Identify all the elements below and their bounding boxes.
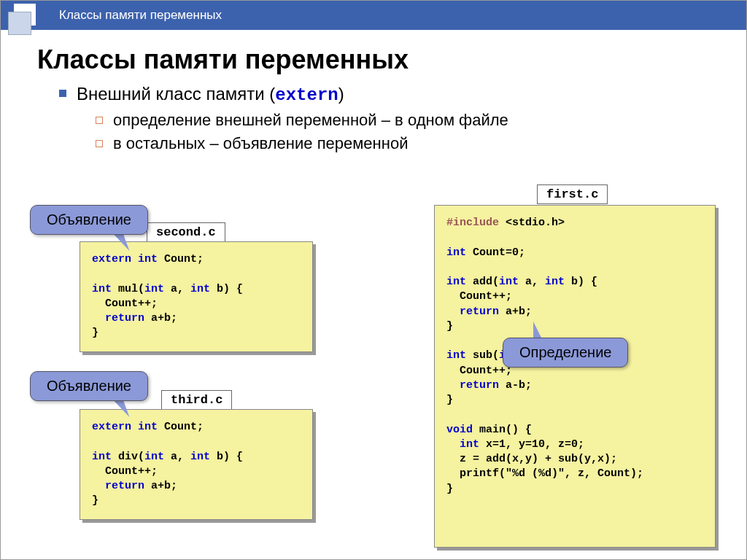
code-panel-third: extern int Count; int div(int a, int b) … bbox=[80, 409, 313, 520]
bullet-square-icon bbox=[59, 90, 66, 97]
keyword-extern: extern bbox=[275, 85, 338, 105]
page-title: Классы памяти переменных bbox=[37, 44, 710, 75]
code-panel-first: #include <stdio.h> int Count=0; int add(… bbox=[434, 205, 716, 548]
bullet-level2: в остальных – объявление переменной bbox=[96, 134, 710, 153]
filename-tab-second: second.c bbox=[147, 222, 225, 242]
header-logo-squares bbox=[1, 1, 44, 30]
bullet2b-text: в остальных – объявление переменной bbox=[113, 134, 408, 153]
callout-declaration-1: Объявление bbox=[30, 205, 148, 235]
bullet-level2: определение внешней переменной – в одном… bbox=[96, 111, 710, 130]
page-number: 16 bbox=[717, 8, 732, 23]
filename-tab-third: third.c bbox=[161, 390, 232, 410]
breadcrumb: Классы памяти переменных bbox=[59, 8, 222, 23]
bullet1-text-post: ) bbox=[338, 84, 344, 104]
filename-tab-first: first.c bbox=[537, 184, 608, 204]
code-panel-second: extern int Count; int mul(int a, int b) … bbox=[80, 241, 313, 352]
bullet-hollow-square-icon bbox=[96, 140, 103, 147]
callout-declaration-2: Объявление bbox=[30, 371, 148, 401]
bullet-level1: Внешний класс памяти (extern) bbox=[59, 84, 710, 105]
bullet-hollow-square-icon bbox=[96, 117, 103, 124]
callout-definition: Определение bbox=[503, 338, 628, 368]
bullet1-text-pre: Внешний класс памяти ( bbox=[77, 84, 275, 104]
slide-content: Классы памяти переменных Внешний класс п… bbox=[1, 30, 746, 165]
bullet2a-text: определение внешней переменной – в одном… bbox=[113, 111, 508, 130]
slide-header: Классы памяти переменных bbox=[1, 1, 746, 30]
